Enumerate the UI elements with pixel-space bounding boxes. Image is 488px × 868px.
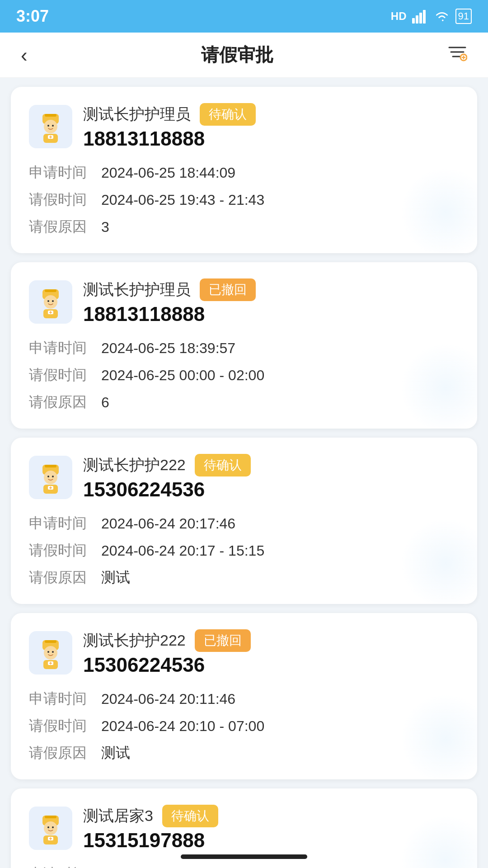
apply-time-label: 申请时间 [29,514,101,533]
apply-time-value: 2024-06-24 20:17:46 [101,515,235,532]
apply-time-label: 申请时间 [29,689,101,709]
back-button[interactable]: ‹ [16,39,32,71]
hd-icon: HD [391,10,407,23]
leave-time-value: 2024-06-25 00:00 - 02:00 [101,367,264,384]
leave-reason-row: 请假原因 测试 [29,568,459,588]
card-name-section: 测试长护护理员 待确认 18813118888 [83,103,256,150]
leave-time-label: 请假时间 [29,541,101,561]
card-name: 测试居家3 [83,806,153,826]
svg-point-34 [47,476,49,477]
leave-reason-row: 请假原因 3 [29,217,459,237]
svg-point-53 [44,821,57,835]
signal-icon [412,9,428,24]
card-info: 申请时间 2024-06-25 18:44:09 请假时间 2024-06-25… [29,163,459,237]
card-phone: 15315197888 [83,829,218,852]
leave-time-value: 2024-06-24 20:17 - 15:15 [101,542,264,559]
apply-time-value: 2024-06-25 18:44:09 [101,165,235,181]
apply-time-label: 申请时间 [29,864,101,868]
status-badge: 待确认 [162,805,218,827]
svg-point-33 [44,471,57,484]
leave-card[interactable]: 测试长护护理员 待确认 18813118888 申请时间 2024-06-25 … [11,87,477,253]
card-name-section: 测试居家3 待确认 15315197888 [83,805,218,852]
apply-time-row: 申请时间 2024-06-24 19:44:19 [29,864,459,868]
status-badge: 待确认 [200,103,256,126]
apply-time-value: 2024-06-24 20:11:46 [101,691,235,708]
avatar [29,807,72,850]
card-header: 测试居家3 待确认 15315197888 [29,805,459,852]
apply-time-row: 申请时间 2024-06-25 18:44:09 [29,163,459,183]
svg-point-24 [47,300,49,302]
card-name-row: 测试长护护222 已撤回 [83,629,251,652]
battery-indicator: 91 [455,9,472,24]
leave-reason-label: 请假原因 [29,392,101,412]
svg-rect-1 [416,15,418,24]
card-info: 申请时间 2024-06-24 20:11:46 请假时间 2024-06-24… [29,689,459,763]
leave-time-value: 2024-06-24 20:10 - 07:00 [101,718,264,735]
svg-point-54 [47,826,49,828]
svg-rect-22 [45,289,56,292]
svg-rect-42 [45,640,56,643]
card-name: 测试长护护222 [83,455,186,476]
leave-reason-value: 6 [101,394,109,411]
apply-time-label: 申请时间 [29,163,101,183]
card-name: 测试长护护222 [83,630,186,651]
status-badge: 已撤回 [200,278,256,301]
svg-point-43 [44,646,57,660]
card-name-section: 测试长护护理员 已撤回 18813118888 [83,278,256,326]
card-phone: 18813118888 [83,303,256,326]
svg-point-14 [47,125,49,127]
svg-point-45 [52,651,54,653]
card-header: 测试长护护理员 已撤回 18813118888 [29,278,459,326]
card-name-section: 测试长护护222 已撤回 15306224536 [83,629,251,676]
status-badge: 待确认 [195,454,251,476]
card-name-row: 测试长护护222 待确认 [83,454,251,476]
card-phone: 18813118888 [83,127,256,150]
svg-point-15 [52,125,54,127]
leave-reason-label: 请假原因 [29,217,101,237]
svg-rect-0 [412,18,415,24]
leave-time-value: 2024-06-25 19:43 - 21:43 [101,192,264,208]
leave-reason-row: 请假原因 测试 [29,743,459,763]
card-phone: 15306224536 [83,478,251,501]
leave-time-row: 请假时间 2024-06-24 20:17 - 15:15 [29,541,459,561]
avatar [29,280,72,324]
avatar [29,456,72,499]
leave-time-label: 请假时间 [29,716,101,736]
svg-point-23 [44,295,57,309]
page-title: 请假审批 [201,42,273,67]
svg-rect-3 [423,10,426,24]
status-time: 3:07 [16,7,49,26]
leave-card[interactable]: 测试长护护222 待确认 15306224536 申请时间 2024-06-24… [11,438,477,604]
svg-point-35 [52,476,54,477]
card-info: 申请时间 2024-06-24 19:44:19 [29,864,459,868]
leave-card[interactable]: 测试长护护理员 已撤回 18813118888 申请时间 2024-06-25 … [11,262,477,429]
card-header: 测试长护护222 待确认 15306224536 [29,454,459,501]
svg-point-44 [47,651,49,653]
card-name: 测试长护护理员 [83,279,191,300]
leave-time-label: 请假时间 [29,365,101,385]
card-name-row: 测试长护护理员 待确认 [83,103,256,126]
filter-button[interactable] [443,38,472,71]
card-phone: 15306224536 [83,654,251,676]
svg-rect-12 [45,114,56,117]
card-header: 测试长护护222 已撤回 15306224536 [29,629,459,676]
leave-reason-value: 测试 [101,568,130,588]
apply-time-row: 申请时间 2024-06-24 20:17:46 [29,514,459,533]
leave-reason-label: 请假原因 [29,568,101,588]
svg-point-55 [52,826,54,828]
svg-rect-32 [45,465,56,467]
leave-card[interactable]: 测试长护护222 已撤回 15306224536 申请时间 2024-06-24… [11,613,477,779]
card-header: 测试长护护理员 待确认 18813118888 [29,103,459,150]
header: ‹ 请假审批 [0,33,488,78]
home-indicator [181,854,307,859]
card-name-section: 测试长护护222 待确认 15306224536 [83,454,251,501]
apply-time-row: 申请时间 2024-06-24 20:11:46 [29,689,459,709]
card-name: 测试长护护理员 [83,104,191,125]
leave-reason-value: 3 [101,219,109,236]
apply-time-row: 申请时间 2024-06-25 18:39:57 [29,338,459,358]
apply-time-label: 申请时间 [29,338,101,358]
svg-rect-52 [45,816,56,818]
filter-icon [447,43,467,63]
card-info: 申请时间 2024-06-24 20:17:46 请假时间 2024-06-24… [29,514,459,588]
leave-time-row: 请假时间 2024-06-25 00:00 - 02:00 [29,365,459,385]
